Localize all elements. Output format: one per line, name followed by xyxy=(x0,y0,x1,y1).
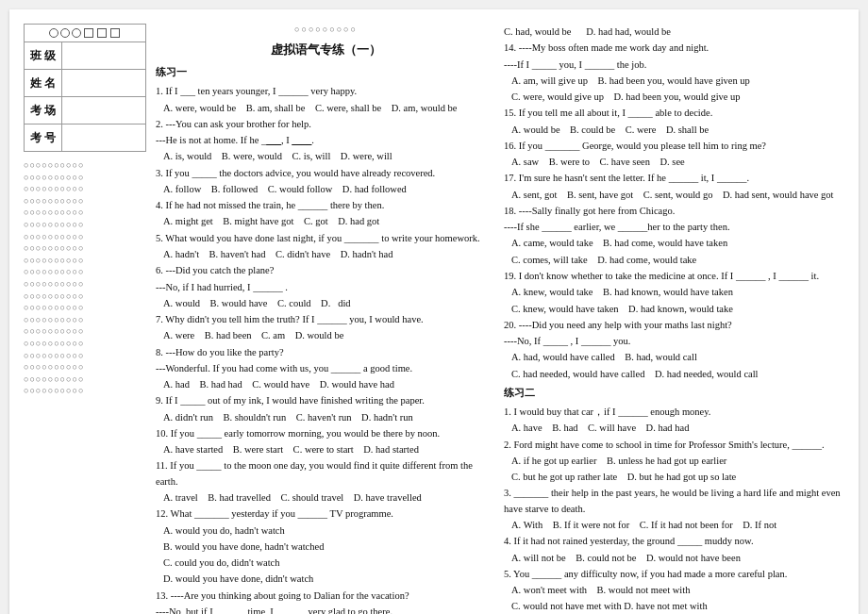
dots-line-18: ○○○○○○○○○○ xyxy=(24,361,146,373)
r2-ab: A. if he got up earlier B. unless he had… xyxy=(511,454,844,469)
q11: 11. If you _____ to the moon one day, yo… xyxy=(156,458,496,490)
q6-stem: ---No, if I had hurried, I ______ . xyxy=(156,280,496,295)
q2-options: A. is, would B. were, would C. is, will … xyxy=(163,149,496,164)
q6: 6. ---Did you catch the plane? xyxy=(156,263,496,278)
q8: 8. ---How do you like the party? xyxy=(156,345,496,360)
q14: 14. ----My boss often made me work day a… xyxy=(504,41,844,56)
main-content: ○○○○○○○○○ 虚拟语气专练（一） 练习一 1. If I ___ ten … xyxy=(156,24,844,614)
r1: 1. I would buy that car，if I ______ enou… xyxy=(504,405,844,420)
r5: 5. You ______ any difficulty now, if you… xyxy=(504,567,844,582)
q5-options: A. hadn't B. haven't had C. didn't have … xyxy=(163,247,496,262)
info-row-number: 考 号 xyxy=(25,124,145,151)
q19-cd: C. knew, would have taken D. had known, … xyxy=(511,302,844,317)
q1-options: A. were, would be B. am, shall be C. wer… xyxy=(163,101,496,116)
r5-cd: C. would not have met with D. have not m… xyxy=(511,599,844,614)
main-title: 虚拟语气专练（一） xyxy=(156,41,496,59)
section1-title: 练习一 xyxy=(156,65,496,80)
label-number: 考 号 xyxy=(25,124,62,151)
q17-ab: A. sent, got B. sent, have got C. sent, … xyxy=(511,188,844,203)
right-exercises: C. had, would be D. had had, would be 14… xyxy=(504,24,844,614)
q9: 9. If I _____ out of my ink, I would hav… xyxy=(156,393,496,408)
value-class[interactable] xyxy=(62,42,145,69)
dots-line-8: ○○○○○○○○○○ xyxy=(24,242,146,255)
dots-line-9: ○○○○○○○○○○ xyxy=(24,255,146,267)
q2: 2. ---You can ask your brother for help. xyxy=(156,117,496,132)
q19-ab: A. knew, would take B. had known, would … xyxy=(511,285,844,300)
value-number[interactable] xyxy=(62,124,145,151)
dots-top-left: ○○○○○○○○○ xyxy=(156,24,496,37)
q13: 13. ----Are you thinking about going to … xyxy=(156,589,496,604)
q14-stem: ----If I _____ you, I ______ the job. xyxy=(504,58,844,73)
dots-line-16: ○○○○○○○○○○ xyxy=(24,338,146,350)
square-2 xyxy=(97,28,107,38)
left-exercises: ○○○○○○○○○ 虚拟语气专练（一） 练习一 1. If I ___ ten … xyxy=(156,24,496,614)
q12-a: A. would you do, hadn't watch xyxy=(163,523,496,539)
dots-line-12: ○○○○○○○○○○ xyxy=(24,290,146,303)
r2-cd: C. but he got up rather late D. but he h… xyxy=(511,470,844,485)
dots-line-19: ○○○○○○○○○○ xyxy=(24,373,146,386)
r3: 3. _______ their help in the past years,… xyxy=(504,486,844,517)
info-row-name: 姓 名 xyxy=(25,70,145,97)
q8-stem: ---Wonderful. If you had come with us, y… xyxy=(156,361,496,376)
dots-line-3: ○○○○○○○○○○ xyxy=(24,183,146,195)
label-room: 考 场 xyxy=(25,97,62,124)
q3: 3. If you _____ the doctors advice, you … xyxy=(156,166,496,181)
info-row-class: 班 级 xyxy=(25,42,145,70)
q15: 15. If you tell me all about it, I _____… xyxy=(504,106,844,121)
q13-cd: C. had, would be D. had had, would be xyxy=(504,25,844,40)
q20-stem: ----No, If _____ , I ______ you. xyxy=(504,334,844,349)
q12: 12. What _______ yesterday if you ______… xyxy=(156,506,496,522)
q20-cd: C. had needed, would have called D. had … xyxy=(511,367,844,382)
info-row-room: 考 场 xyxy=(25,97,145,124)
q18-ab: A. came, would take B. had come, would h… xyxy=(511,236,844,251)
circle-3 xyxy=(72,28,81,38)
q4-options: A. might get B. might have got C. got D.… xyxy=(163,214,496,229)
r4: 4. If it had not rained yesterday, the g… xyxy=(504,534,844,549)
circle-1 xyxy=(49,28,58,38)
q12-c: C. could you do, didn't watch xyxy=(163,556,496,571)
q18-cd: C. comes, will take D. had come, would t… xyxy=(511,253,844,268)
r4-options: A. will not be B. could not be D. would … xyxy=(511,551,844,566)
q2-stem: ---He is not at home. If he ____, I ____… xyxy=(156,133,496,148)
q20-ab: A. had, would have called B. had, would … xyxy=(511,350,844,365)
label-class: 班 级 xyxy=(25,42,62,69)
q4: 4. If he had not missed the train, he __… xyxy=(156,198,496,213)
dots-line-5: ○○○○○○○○○○ xyxy=(24,207,146,219)
student-info-box: 班 级 姓 名 考 场 考 号 xyxy=(24,24,146,152)
q15-options: A. would be B. could be C. were D. shall… xyxy=(511,123,844,138)
left-panel: 班 级 姓 名 考 场 考 号 ○○○○○○○○○○ ○○○○○○○○○○ ○○… xyxy=(24,24,146,614)
r5-ab: A. won't meet with B. would not meet wit… xyxy=(511,583,844,598)
r1-options: A. have B. had C. will have D. had had xyxy=(511,421,844,436)
q6-options: A. would B. would have C. could D. did xyxy=(163,296,496,311)
q9-options: A. didn't run B. shouldn't run C. haven'… xyxy=(163,410,496,425)
q14-ab: A. am, will give up B. had been you, wou… xyxy=(511,74,844,89)
q16: 16. If you _______ George, would you ple… xyxy=(504,139,844,154)
info-top xyxy=(25,25,145,42)
q18: 18. ----Sally finally got here from Chic… xyxy=(504,204,844,219)
q1: 1. If I ___ ten years younger, I ______ … xyxy=(156,84,496,99)
q14-cd: C. were, would give up D. had been you, … xyxy=(511,90,844,105)
q20: 20. ----Did you need any help with your … xyxy=(504,318,844,333)
q11-options: A. travel B. had travelled C. should tra… xyxy=(163,490,496,506)
value-room[interactable] xyxy=(62,97,145,124)
q3-options: A. follow B. followed C. would follow D.… xyxy=(163,182,496,197)
circle-2 xyxy=(60,28,70,38)
q19: 19. I don't know whether to take the med… xyxy=(504,269,844,284)
dots-line-7: ○○○○○○○○○○ xyxy=(24,231,146,243)
q7-options: A. were B. had been C. am D. would be xyxy=(163,328,496,343)
q10-options: A. have started B. were start C. were to… xyxy=(163,442,496,457)
dots-line-14: ○○○○○○○○○○ xyxy=(24,314,146,326)
r2: 2. Ford might have come to school in tim… xyxy=(504,438,844,453)
dots-line-17: ○○○○○○○○○○ xyxy=(24,350,146,362)
dots-line-4: ○○○○○○○○○○ xyxy=(24,195,146,207)
q17: 17. I'm sure he hasn't sent the letter. … xyxy=(504,171,844,186)
dots-line-15: ○○○○○○○○○○ xyxy=(24,325,146,338)
dots-line-2: ○○○○○○○○○○ xyxy=(24,172,146,184)
q5: 5. What would you have done last night, … xyxy=(156,231,496,246)
value-name[interactable] xyxy=(62,70,145,96)
label-name: 姓 名 xyxy=(25,70,62,96)
main-page: 班 级 姓 名 考 场 考 号 ○○○○○○○○○○ ○○○○○○○○○○ ○○… xyxy=(9,9,859,614)
square-3 xyxy=(110,28,120,38)
q8-options: A. had B. had had C. would have D. would… xyxy=(163,377,496,392)
circles-row xyxy=(49,28,121,38)
